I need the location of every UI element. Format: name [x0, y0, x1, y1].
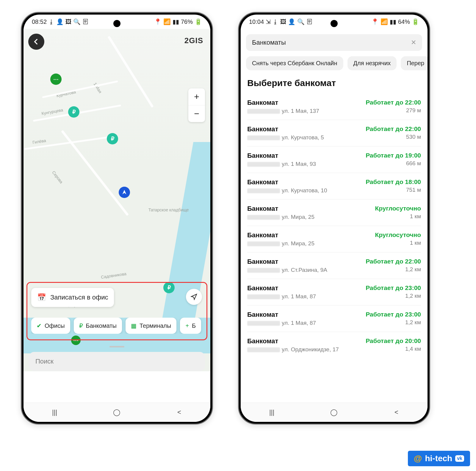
item-distance: 1,2 км	[366, 319, 421, 326]
camera-cutout	[113, 20, 120, 27]
image-icon: 🖼	[65, 18, 71, 25]
item-title: Банкомат	[247, 231, 314, 239]
search-value: Банкоматы	[252, 39, 286, 46]
at-icon: @	[414, 454, 422, 463]
back-button[interactable]	[28, 34, 44, 50]
map-pin-atm[interactable]: ₽	[68, 106, 79, 118]
nav-back-button[interactable]: <	[368, 408, 424, 416]
item-title: Банкомат	[247, 205, 314, 213]
item-title: Банкомат	[247, 284, 316, 292]
wifi-icon: 📶	[381, 18, 388, 25]
filter-chip[interactable]: Перер	[401, 56, 428, 70]
chip-offices[interactable]: ✔ Офисы	[31, 318, 70, 334]
item-title: Банкомат	[247, 311, 316, 319]
item-address: ул. 1 Мая, 137	[247, 108, 319, 114]
vk-badge: vk	[455, 455, 464, 462]
download-icon: ⭳	[48, 18, 54, 25]
chip-more[interactable]: + Б	[180, 318, 201, 334]
search-input[interactable]: Поиск	[29, 352, 205, 371]
item-address: ул. 1 Мая, 87	[247, 293, 316, 300]
image-icon: 🖼	[280, 18, 286, 25]
atm-list: Банкомат ул. 1 Мая, 137 Работает до 22:0…	[241, 93, 428, 358]
list-item[interactable]: Банкомат ул. 1 Мая, 87 Работает до 23:00…	[247, 305, 421, 332]
street-label: Серова	[51, 170, 64, 184]
calendar-icon: 📅	[37, 293, 46, 302]
list-item[interactable]: Банкомат ул. Курчатова, 5 Работает до 22…	[247, 120, 421, 146]
list-item[interactable]: Банкомат ул. 1 Мая, 87 Работает до 23:00…	[247, 279, 421, 305]
item-address: ул. Мира, 25	[247, 214, 314, 220]
item-status: Работает до 23:00	[366, 284, 421, 291]
nav-home-button[interactable]: ◯	[306, 408, 362, 416]
item-distance: 530 м	[366, 134, 421, 140]
street-label: 1 Мая	[93, 82, 103, 94]
nav-home-button[interactable]: ◯	[89, 408, 145, 416]
filter-chips: Снять через Сбербанк Онлайн Для незрячих…	[241, 51, 428, 76]
list-item[interactable]: Банкомат ул. Мира, 25 Круглосуточно 1 км	[247, 199, 421, 226]
street	[107, 36, 154, 108]
item-title: Банкомат	[247, 178, 327, 186]
location-pin[interactable]	[119, 187, 130, 198]
zoom-in-button[interactable]: +	[188, 88, 205, 105]
filter-label: Перер	[407, 60, 424, 66]
camera-cutout	[331, 20, 338, 27]
nav-recent-button[interactable]: |||	[26, 408, 82, 416]
filter-chip[interactable]: Для незрячих	[347, 56, 397, 70]
item-status: Работает до 23:00	[366, 311, 421, 318]
person-icon: 👤	[288, 18, 295, 25]
page-heading: Выберите банкомат	[241, 76, 428, 93]
list-item[interactable]: Банкомат ул. 1 Мая, 93 Работает до 19:00…	[247, 146, 421, 173]
item-address: ул. Мира, 25	[247, 240, 314, 247]
list-item[interactable]: Банкомат ул. Орджоникидзе, 17 Работает д…	[247, 332, 421, 358]
item-distance: 1 км	[375, 240, 421, 246]
nav-recent-button[interactable]: |||	[244, 408, 300, 416]
map-pin-office[interactable]: ⋯	[50, 74, 62, 85]
drag-handle[interactable]	[109, 346, 124, 347]
filter-chip[interactable]: Снять через Сбербанк Онлайн	[246, 56, 343, 70]
item-address: ул. 1 Мая, 87	[247, 320, 316, 326]
chip-atms[interactable]: ₽ Банкоматы	[74, 318, 122, 334]
zoom-controls: + −	[188, 88, 205, 122]
search-field[interactable]: Банкоматы ✕	[246, 34, 422, 51]
map-area[interactable]: 2GIS + − Курчатова 1 Мая Кунгурцева Гилё…	[24, 29, 210, 371]
battery-pct: 64%	[398, 18, 410, 25]
list-item[interactable]: Банкомат ул. Курчатова, 10 Работает до 1…	[247, 173, 421, 199]
chip-terminals[interactable]: ▦ Терминалы	[126, 318, 176, 334]
nav-back-button[interactable]: <	[151, 408, 207, 416]
plus-icon: +	[185, 322, 189, 329]
item-title: Банкомат	[247, 99, 319, 107]
chip-label: Терминалы	[140, 322, 171, 329]
zoom-out-button[interactable]: −	[188, 105, 205, 122]
street-label: Кунгурцева	[41, 107, 63, 116]
item-distance: 1,2 км	[366, 293, 421, 299]
battery-icon: 🔋	[412, 18, 419, 25]
map-pin-atm[interactable]: ₽	[107, 133, 118, 144]
system-navbar: ||| ◯ <	[241, 403, 428, 422]
item-address: ул. Курчатова, 10	[247, 187, 327, 194]
translate-icon: 🈂	[306, 18, 312, 25]
locate-me-button[interactable]	[186, 289, 202, 305]
cast-icon: ⇲	[266, 18, 271, 25]
search-status-icon: 🔍	[73, 18, 81, 25]
item-distance: 1 км	[375, 213, 421, 220]
location-status-icon: 📍	[154, 18, 162, 25]
phone-right: 10:04 ⇲ ⭳ 🖼 👤 🔍 🈂 📍 📶 ▮▮ 64% 🔋 Ба	[238, 12, 430, 425]
book-office-label: Записаться в офис	[50, 294, 108, 301]
book-office-button[interactable]: 📅 Записаться в офис	[31, 288, 114, 307]
item-title: Банкомат	[247, 258, 327, 266]
location-status-icon: 📍	[371, 18, 379, 25]
item-distance: 1,2 км	[366, 266, 421, 273]
item-address: ул. Орджоникидзе, 17	[247, 346, 339, 353]
wifi-icon: 📶	[163, 18, 171, 25]
map-place-label: Татарское кладбище	[148, 208, 189, 212]
category-chips: ✔ Офисы ₽ Банкоматы ▦ Терминалы + Б	[31, 318, 210, 334]
list-item[interactable]: Банкомат ул. Мира, 25 Круглосуточно 1 км	[247, 226, 421, 252]
item-distance: 666 м	[366, 160, 421, 167]
search-placeholder: Поиск	[35, 358, 54, 365]
item-status: Круглосуточно	[375, 231, 421, 238]
list-item[interactable]: Банкомат ул. Ст.Разина, 9А Работает до 2…	[247, 252, 421, 279]
filter-label: Для незрячих	[353, 60, 391, 66]
list-item[interactable]: Банкомат ул. 1 Мая, 137 Работает до 22:0…	[247, 93, 421, 120]
clear-search-button[interactable]: ✕	[411, 39, 416, 46]
signal-icon: ▮▮	[390, 18, 396, 25]
ruble-icon: ₽	[79, 322, 83, 329]
